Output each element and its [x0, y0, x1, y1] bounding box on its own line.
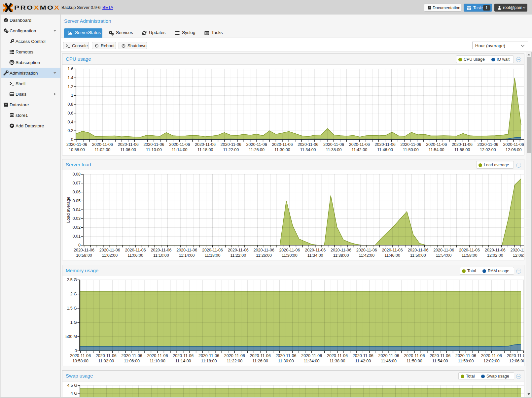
svg-text:11:10:00: 11:10:00 — [146, 148, 162, 152]
svg-text:11:50:00: 11:50:00 — [403, 148, 419, 152]
svg-text:2020-11-06: 2020-11-06 — [224, 353, 245, 358]
svg-text:11:14:00: 11:14:00 — [172, 148, 188, 152]
svg-text:11:14:00: 11:14:00 — [175, 359, 191, 363]
svg-text:2020-11-06: 2020-11-06 — [400, 142, 421, 147]
svg-text:11:54:00: 11:54:00 — [432, 359, 448, 363]
svg-text:0.06: 0.06 — [73, 190, 81, 194]
svg-text:2020-11-06: 2020-11-06 — [118, 142, 139, 147]
svg-text:0.08: 0.08 — [73, 172, 81, 177]
svg-text:11:38:00: 11:38:00 — [330, 359, 345, 363]
svg-text:12:02:00: 12:02:00 — [483, 359, 500, 363]
svg-text:2020-11-06: 2020-11-06 — [143, 142, 164, 147]
svg-text:2020-11-06: 2020-11-06 — [331, 248, 351, 252]
svg-text:11:26:00: 11:26:00 — [252, 359, 268, 363]
svg-text:11:34:00: 11:34:00 — [300, 148, 316, 152]
svg-text:2020-11-06: 2020-11-06 — [481, 353, 502, 358]
svg-text:11:46:00: 11:46:00 — [381, 359, 397, 363]
svg-text:2020-11-06: 2020-11-06 — [323, 142, 344, 147]
svg-text:0.05: 0.05 — [73, 199, 81, 203]
svg-text:11:38:00: 11:38:00 — [326, 148, 342, 152]
svg-text:1.5 G: 1.5 G — [67, 306, 77, 311]
svg-text:11:22:00: 11:22:00 — [230, 253, 246, 258]
svg-text:2.5 G: 2.5 G — [67, 278, 77, 282]
svg-text:11:06:00: 11:06:00 — [120, 148, 136, 152]
svg-text:11:50:00: 11:50:00 — [407, 359, 422, 363]
svg-text:2020-11-06: 2020-11-06 — [452, 142, 473, 147]
svg-text:Load average: Load average — [66, 197, 71, 223]
svg-text:2020-11-06: 2020-11-06 — [99, 248, 120, 252]
svg-text:2020-11-06: 2020-11-06 — [507, 353, 524, 358]
svg-text:11:18:00: 11:18:00 — [197, 148, 213, 152]
svg-text:11:58:00: 11:58:00 — [462, 253, 478, 258]
svg-text:1.6: 1.6 — [68, 67, 73, 71]
svg-text:500 M: 500 M — [65, 334, 77, 339]
svg-text:11:46:00: 11:46:00 — [384, 253, 400, 258]
svg-text:2020-11-06: 2020-11-06 — [272, 142, 293, 147]
svg-text:10:58:00: 10:58:00 — [76, 253, 92, 258]
svg-text:0: 0 — [71, 137, 73, 142]
svg-text:11:14:00: 11:14:00 — [179, 253, 195, 258]
svg-text:11:50:00: 11:50:00 — [410, 253, 426, 258]
svg-text:11:42:00: 11:42:00 — [351, 148, 367, 152]
svg-text:2020-11-06: 2020-11-06 — [92, 142, 113, 147]
svg-text:2020-11-06: 2020-11-06 — [125, 248, 146, 252]
svg-text:2020-11-06: 2020-11-06 — [426, 142, 447, 147]
svg-text:2020-11-06: 2020-11-06 — [478, 142, 498, 147]
svg-text:2020-11-06: 2020-11-06 — [356, 248, 377, 252]
svg-text:11:58:00: 11:58:00 — [458, 359, 474, 363]
svg-text:2020-11-06: 2020-11-06 — [349, 142, 370, 147]
svg-text:1 G: 1 G — [70, 320, 77, 325]
svg-text:2020-11-06: 2020-11-06 — [176, 248, 197, 252]
svg-text:11:26:00: 11:26:00 — [249, 148, 265, 152]
svg-text:2020-11-06: 2020-11-06 — [503, 142, 524, 147]
svg-text:2020-11-06: 2020-11-06 — [511, 248, 524, 252]
svg-text:2020-11-06: 2020-11-06 — [195, 142, 216, 147]
svg-text:12:06:00: 12:06:00 — [513, 253, 524, 258]
svg-text:11:30:00: 11:30:00 — [282, 253, 298, 258]
svg-text:2 G: 2 G — [70, 292, 77, 296]
svg-text:2020-11-06: 2020-11-06 — [74, 248, 94, 252]
svg-text:2020-11-06: 2020-11-06 — [173, 353, 194, 358]
svg-text:0.4: 0.4 — [68, 120, 73, 124]
svg-text:2020-11-06: 2020-11-06 — [169, 142, 190, 147]
svg-text:4.5 G: 4.5 G — [67, 383, 77, 388]
svg-text:0.01: 0.01 — [73, 234, 81, 239]
svg-text:11:30:00: 11:30:00 — [274, 148, 290, 152]
svg-text:2020-11-06: 2020-11-06 — [70, 353, 91, 358]
svg-text:2020-11-06: 2020-11-06 — [455, 353, 476, 358]
svg-text:11:34:00: 11:34:00 — [304, 359, 320, 363]
svg-text:2020-11-06: 2020-11-06 — [433, 248, 454, 252]
svg-text:11:54:00: 11:54:00 — [429, 148, 444, 152]
svg-text:2020-11-06: 2020-11-06 — [459, 248, 480, 252]
svg-text:2020-11-06: 2020-11-06 — [275, 353, 296, 358]
svg-text:2020-11-06: 2020-11-06 — [327, 353, 348, 358]
svg-text:2020-11-06: 2020-11-06 — [298, 142, 318, 147]
svg-text:2020-11-06: 2020-11-06 — [66, 142, 87, 147]
svg-text:11:18:00: 11:18:00 — [201, 359, 217, 363]
svg-text:12:02:00: 12:02:00 — [480, 148, 496, 152]
svg-text:0.2: 0.2 — [68, 128, 73, 133]
svg-text:1.4: 1.4 — [68, 76, 73, 80]
svg-text:2020-11-06: 2020-11-06 — [147, 353, 168, 358]
svg-text:11:42:00: 11:42:00 — [355, 359, 371, 363]
svg-text:11:26:00: 11:26:00 — [256, 253, 272, 258]
svg-text:2020-11-06: 2020-11-06 — [198, 353, 219, 358]
svg-text:0.07: 0.07 — [73, 181, 81, 185]
svg-text:10:58:00: 10:58:00 — [69, 148, 85, 152]
svg-text:11:42:00: 11:42:00 — [359, 253, 374, 258]
svg-text:12:06:00: 12:06:00 — [509, 359, 524, 363]
svg-text:12:06:00: 12:06:00 — [506, 148, 522, 152]
svg-text:11:30:00: 11:30:00 — [278, 359, 294, 363]
svg-text:11:46:00: 11:46:00 — [377, 148, 393, 152]
svg-text:11:54:00: 11:54:00 — [436, 253, 452, 258]
svg-text:2020-11-06: 2020-11-06 — [202, 248, 223, 252]
svg-text:0: 0 — [75, 348, 77, 353]
svg-text:2020-11-06: 2020-11-06 — [250, 353, 271, 358]
svg-text:2020-11-06: 2020-11-06 — [228, 248, 249, 252]
svg-text:11:10:00: 11:10:00 — [153, 253, 169, 258]
svg-text:2020-11-06: 2020-11-06 — [430, 353, 450, 358]
svg-text:2020-11-06: 2020-11-06 — [151, 248, 171, 252]
svg-text:10:58:00: 10:58:00 — [72, 359, 89, 363]
svg-text:11:38:00: 11:38:00 — [333, 253, 349, 258]
svg-text:2020-11-06: 2020-11-06 — [375, 142, 396, 147]
